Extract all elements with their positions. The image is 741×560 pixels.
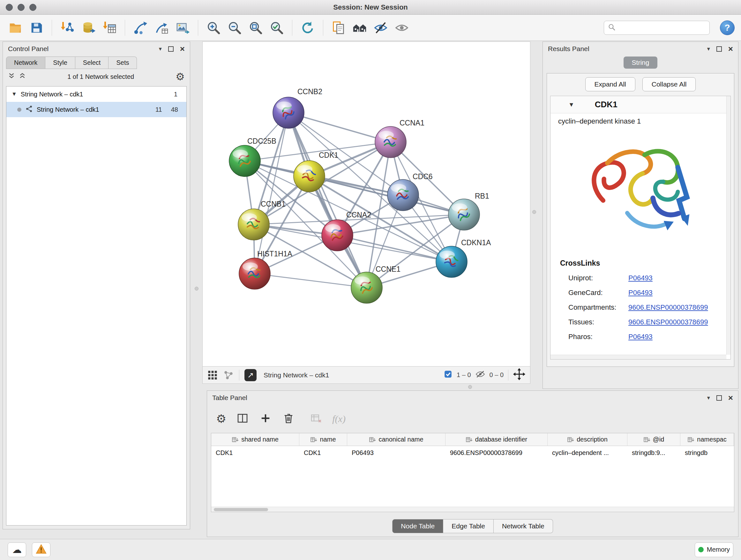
help-icon[interactable]: ? bbox=[720, 20, 735, 35]
tab-edge-table[interactable]: Edge Table bbox=[443, 519, 494, 533]
zoom-out-icon[interactable] bbox=[226, 18, 244, 37]
add-column-icon[interactable] bbox=[259, 412, 272, 426]
panel-maximize-icon[interactable] bbox=[717, 46, 722, 52]
tab-sets[interactable]: Sets bbox=[109, 57, 137, 69]
column-header[interactable]: database identifier bbox=[446, 433, 548, 446]
import-network-from-file-icon[interactable] bbox=[58, 18, 76, 37]
horizontal-scrollbar[interactable] bbox=[550, 355, 726, 359]
column-header[interactable]: namespac bbox=[680, 433, 734, 446]
network-node[interactable]: CDK1 bbox=[293, 151, 338, 192]
export-image-icon[interactable] bbox=[174, 18, 192, 37]
window-zoom-button[interactable] bbox=[29, 4, 37, 11]
column-header[interactable]: @id bbox=[627, 433, 680, 446]
column-header[interactable]: canonical name bbox=[347, 433, 446, 446]
new-network-from-selection-icon[interactable] bbox=[131, 18, 149, 37]
panel-close-icon[interactable]: × bbox=[180, 45, 185, 53]
table-settings-gear-icon[interactable]: ⚙ bbox=[216, 413, 226, 425]
import-network-from-database-icon[interactable] bbox=[79, 18, 97, 37]
table-cell[interactable]: 9606.ENSP00000378699 bbox=[446, 446, 548, 459]
network-node[interactable]: CDKN1A bbox=[436, 239, 491, 277]
panel-close-icon[interactable]: × bbox=[728, 45, 733, 53]
network-node-label: CDC6 bbox=[413, 172, 433, 181]
splitter-handle[interactable] bbox=[468, 385, 472, 389]
network-node[interactable]: RB1 bbox=[448, 192, 489, 230]
panel-float-icon[interactable]: ▾ bbox=[707, 394, 710, 401]
show-graphics-details-icon[interactable] bbox=[393, 18, 411, 37]
collapse-all-button[interactable]: Collapse All bbox=[643, 77, 696, 91]
clone-network-icon[interactable] bbox=[152, 18, 171, 37]
tab-network-table[interactable]: Network Table bbox=[494, 519, 553, 533]
table-cell[interactable]: CDK1 bbox=[299, 446, 347, 459]
column-header[interactable]: shared name bbox=[211, 433, 299, 446]
table-cell[interactable]: stringdb:9... bbox=[627, 446, 680, 459]
panel-close-icon[interactable]: × bbox=[728, 394, 733, 402]
network-status-dot bbox=[17, 108, 21, 112]
panel-float-icon[interactable]: ▾ bbox=[159, 45, 162, 52]
show-columns-icon[interactable] bbox=[236, 412, 249, 426]
network-view[interactable]: CCNB2CCNA1CDC25BCDK1CDC6RB1CCNB1CCNA2CDK… bbox=[202, 42, 530, 367]
table-cell[interactable]: stringdb bbox=[680, 446, 734, 459]
scrollbar-thumb[interactable] bbox=[214, 508, 268, 511]
network-node[interactable]: CCNB1 bbox=[238, 200, 286, 240]
tree-expand-icon[interactable]: ▼ bbox=[11, 91, 17, 98]
tab-select[interactable]: Select bbox=[75, 57, 109, 69]
documents-icon[interactable] bbox=[330, 18, 347, 37]
panel-float-icon[interactable]: ▾ bbox=[707, 45, 710, 52]
network-collection-row[interactable]: ▼ String Network – cdk1 1 bbox=[6, 86, 186, 102]
hide-graphics-details-icon[interactable] bbox=[372, 18, 390, 37]
grid-icon[interactable] bbox=[207, 370, 218, 381]
zoom-fit-icon[interactable] bbox=[247, 18, 265, 37]
table-cell[interactable]: CDK1 bbox=[211, 446, 299, 459]
zoom-selected-icon[interactable] bbox=[268, 18, 286, 37]
table-cell[interactable]: cyclin–dependent ... bbox=[548, 446, 627, 459]
network-canvas[interactable]: CCNB2CCNA1CDC25BCDK1CDC6RB1CCNB1CCNA2CDK… bbox=[203, 42, 530, 366]
table-row[interactable]: CDK1 CDK1 P06493 9606.ENSP00000378699 cy… bbox=[211, 446, 734, 459]
zoom-in-icon[interactable] bbox=[205, 18, 222, 37]
string-tab-badge[interactable]: String bbox=[623, 57, 658, 69]
protein-card-header[interactable]: ▼ CDK1 bbox=[550, 96, 731, 113]
network-node[interactable]: HIST1H1A bbox=[239, 250, 293, 289]
tab-node-table[interactable]: Node Table bbox=[392, 519, 443, 533]
crosslink-link[interactable]: 9606.ENSP00000378699 bbox=[628, 318, 708, 326]
homes-icon[interactable] bbox=[351, 18, 368, 37]
protein-structure-image bbox=[577, 130, 704, 254]
window-minimize-button[interactable] bbox=[17, 4, 24, 11]
horizontal-scrollbar[interactable] bbox=[211, 507, 734, 512]
crosslink-link[interactable]: P06493 bbox=[628, 274, 653, 282]
table-cell[interactable]: P06493 bbox=[347, 446, 446, 459]
column-header[interactable]: name bbox=[299, 433, 347, 446]
refresh-icon[interactable] bbox=[299, 18, 317, 37]
network-row[interactable]: String Network – cdk1 11 48 bbox=[6, 102, 186, 117]
collapse-section-icon[interactable]: ▼ bbox=[568, 101, 575, 108]
search-input[interactable] bbox=[619, 24, 705, 31]
network-overview-icon[interactable] bbox=[223, 370, 234, 381]
gear-icon[interactable]: ⚙ bbox=[176, 71, 185, 82]
network-node[interactable]: CDC25B bbox=[229, 137, 276, 177]
expand-all-icon[interactable] bbox=[19, 72, 26, 81]
cloud-status-button[interactable]: ☁ bbox=[8, 543, 26, 557]
tab-style[interactable]: Style bbox=[45, 57, 75, 69]
splitter-handle[interactable] bbox=[195, 287, 199, 291]
pan-move-icon[interactable] bbox=[513, 368, 526, 382]
crosslink-link[interactable]: 9606.ENSP00000378699 bbox=[628, 303, 708, 312]
tab-network[interactable]: Network bbox=[6, 57, 45, 69]
collapse-all-icon[interactable] bbox=[8, 72, 15, 81]
splitter-handle[interactable] bbox=[532, 210, 536, 214]
warnings-button[interactable] bbox=[32, 543, 51, 557]
import-table-from-file-icon[interactable] bbox=[100, 18, 118, 37]
save-session-icon[interactable] bbox=[27, 18, 45, 37]
vertical-scrollbar[interactable] bbox=[726, 96, 731, 355]
crosslink-link[interactable]: P06493 bbox=[628, 289, 653, 297]
memory-button[interactable]: Memory bbox=[695, 543, 733, 557]
expand-all-button[interactable]: Expand All bbox=[585, 77, 635, 91]
column-header[interactable]: description bbox=[548, 433, 627, 446]
window-close-button[interactable] bbox=[6, 4, 13, 11]
network-node[interactable]: CCNB2 bbox=[273, 87, 322, 128]
panel-maximize-icon[interactable] bbox=[717, 395, 722, 401]
delete-column-icon[interactable] bbox=[282, 412, 295, 426]
open-session-icon[interactable] bbox=[6, 18, 24, 37]
detach-view-icon[interactable]: ↗ bbox=[245, 369, 257, 381]
crosslink-link[interactable]: P06493 bbox=[628, 333, 653, 341]
network-node[interactable]: CCNA1 bbox=[375, 119, 424, 158]
panel-maximize-icon[interactable] bbox=[168, 46, 174, 52]
